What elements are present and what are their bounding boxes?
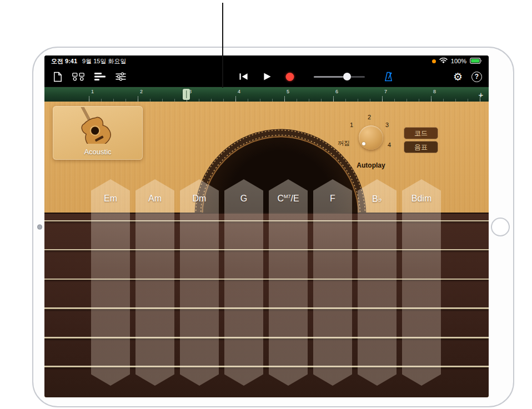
play-button[interactable] — [263, 72, 272, 81]
autoplay-option-off[interactable]: 꺼짐 — [338, 139, 350, 148]
metronome-button[interactable] — [384, 72, 393, 82]
chord-strip-bdim[interactable]: Bdim — [402, 179, 441, 386]
tracks-view-button[interactable] — [94, 73, 106, 80]
front-camera — [37, 225, 42, 230]
battery-icon — [470, 58, 482, 65]
chord-strip-dm[interactable]: Dm — [180, 179, 219, 386]
callout-line — [222, 3, 223, 88]
autoplay-option-3[interactable]: 3 — [385, 122, 389, 128]
measure-label: 5 — [287, 89, 289, 94]
record-button[interactable] — [286, 73, 294, 81]
transport-controls — [239, 72, 294, 81]
help-button[interactable]: ? — [471, 72, 482, 82]
timeline-ruler[interactable]: 1 2 3 4 5 6 7 8 + — [44, 87, 489, 102]
faders-icon — [116, 72, 126, 81]
screen: 오전 9:41 9월 15일 화요일 100% — [44, 55, 489, 397]
wifi-icon — [439, 58, 448, 65]
measure-label: 1 — [91, 89, 94, 94]
ipad-device: 오전 9:41 9월 15일 화요일 100% — [32, 47, 514, 407]
chords-mode-button[interactable]: 코드 — [404, 127, 438, 139]
chord-label: CM7/E — [269, 194, 308, 204]
status-time: 오전 9:41 — [51, 57, 77, 65]
volume-slider-thumb[interactable] — [343, 73, 351, 80]
chord-strip-am[interactable]: Am — [135, 179, 174, 386]
chord-strip-bflat[interactable]: B♭ — [358, 179, 397, 386]
metronome-icon — [384, 72, 393, 82]
status-bar: 오전 9:41 9월 15일 화요일 100% — [44, 55, 489, 67]
battery-percent: 100% — [451, 58, 466, 64]
document-icon — [53, 72, 62, 82]
instrument-selector-card[interactable]: Acoustic — [53, 106, 143, 160]
notes-mode-button[interactable]: 음표 — [404, 141, 438, 153]
measure-label: 6 — [335, 89, 338, 94]
figure-canvas: 오전 9:41 9월 15일 화요일 100% — [0, 0, 532, 409]
toolbar: ⚙ ? — [44, 67, 489, 87]
record-icon — [286, 73, 294, 81]
chord-strip-f[interactable]: F — [313, 179, 352, 386]
volume-slider-fill — [314, 76, 345, 78]
track-controls-button[interactable] — [116, 72, 126, 81]
instrument-view-button[interactable] — [72, 73, 84, 81]
chord-strip-em[interactable]: Em — [91, 179, 130, 386]
tracks-icon — [94, 73, 106, 80]
mode-toggle: 코드 음표 — [404, 127, 438, 153]
my-songs-button[interactable] — [53, 72, 62, 82]
guitar-area: Acoustic 꺼짐 1 2 3 4 Autoplay 코드 — [44, 102, 489, 397]
chord-strip-cm7e[interactable]: CM7/E — [269, 179, 308, 386]
chord-label: Dm — [180, 194, 219, 204]
help-icon: ? — [471, 72, 482, 82]
acoustic-guitar-image — [64, 107, 131, 144]
autoplay-knob[interactable] — [359, 125, 383, 150]
chord-label: Am — [135, 194, 174, 204]
measure-label: 8 — [433, 89, 436, 94]
settings-button[interactable]: ⚙ — [453, 72, 463, 82]
home-button[interactable] — [491, 218, 510, 236]
chord-label: G — [224, 194, 263, 204]
knob-indicator-dot — [362, 142, 365, 145]
autoplay-option-2[interactable]: 2 — [368, 114, 371, 120]
chord-label: Bdim — [402, 194, 441, 204]
chord-label: F — [313, 194, 352, 204]
measure-label: 4 — [238, 89, 240, 94]
play-icon — [263, 72, 272, 81]
rewind-icon — [239, 73, 249, 80]
playhead[interactable] — [183, 89, 190, 100]
autoplay-option-4[interactable]: 4 — [388, 142, 391, 148]
orange-status-dot — [432, 59, 436, 63]
autoplay-label: Autoplay — [346, 161, 396, 169]
measure-label: 7 — [384, 89, 387, 94]
measure-label: 2 — [140, 89, 143, 94]
autoplay-option-1[interactable]: 1 — [350, 122, 353, 128]
gear-icon: ⚙ — [453, 72, 463, 82]
chord-strip-g[interactable]: G — [224, 179, 263, 386]
instrument-controls-icon — [72, 73, 84, 81]
go-to-beginning-button[interactable] — [239, 73, 249, 80]
chord-label: Em — [91, 194, 130, 204]
instrument-name: Acoustic — [53, 148, 143, 156]
status-date: 9월 15일 화요일 — [82, 57, 126, 65]
chord-label: B♭ — [358, 194, 397, 204]
add-bars-button[interactable]: + — [476, 90, 485, 99]
volume-slider[interactable] — [314, 73, 365, 80]
